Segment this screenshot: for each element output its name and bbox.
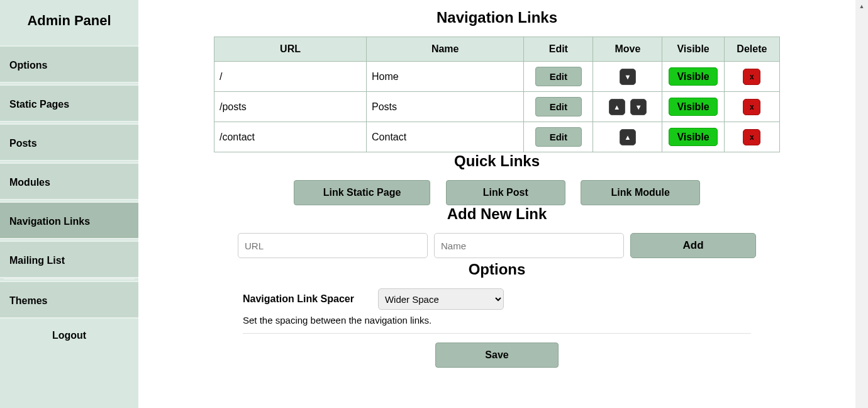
options-divider (243, 333, 751, 334)
brand-title: Admin Panel (0, 0, 138, 44)
heading-options: Options (214, 261, 780, 278)
th-visible: Visible (662, 37, 724, 62)
triangle-up-icon: ▲ (855, 0, 868, 13)
sidebar-item-themes[interactable]: Themes (0, 281, 138, 319)
table-row: /contact Contact Edit ▲ Visible x (214, 122, 780, 152)
cell-name-value: Contact (367, 122, 524, 152)
th-name: Name (367, 37, 524, 62)
move-up-button[interactable]: ▲ (620, 129, 636, 145)
move-up-button[interactable]: ▲ (609, 99, 625, 115)
visible-toggle[interactable]: Visible (669, 67, 717, 86)
move-down-button[interactable]: ▼ (630, 99, 647, 115)
delete-button[interactable]: x (743, 99, 760, 115)
triangle-up-icon: ▲ (613, 103, 620, 111)
sidebar-item-options[interactable]: Options (0, 45, 138, 83)
links-table: URL Name Edit Move Visible Delete / Home… (214, 37, 780, 152)
triangle-down-icon: ▼ (624, 73, 631, 81)
th-edit: Edit (524, 37, 593, 62)
table-row: / Home Edit ▼ Visible x (214, 62, 780, 92)
logout-link[interactable]: Logout (0, 319, 138, 353)
sidebar-item-modules[interactable]: Modules (0, 162, 138, 200)
heading-navigation-links: Navigation Links (214, 9, 780, 26)
cell-url: /posts (214, 92, 367, 122)
window-scrollbar[interactable]: ▲ (855, 0, 868, 408)
move-down-button[interactable]: ▼ (620, 69, 636, 85)
save-button[interactable]: Save (435, 343, 558, 368)
url-input[interactable] (238, 233, 428, 258)
edit-button[interactable]: Edit (535, 67, 582, 86)
table-row: /posts Posts Edit ▲ ▼ Visible x (214, 92, 780, 122)
delete-button[interactable]: x (743, 129, 760, 145)
x-icon: x (750, 133, 754, 142)
heading-add-new-link: Add New Link (214, 205, 780, 223)
link-static-page-button[interactable]: Link Static Page (294, 180, 431, 205)
cell-url: /contact (214, 122, 367, 152)
sidebar-item-navigation-links[interactable]: Navigation Links (0, 201, 138, 239)
spacer-description: Set the spacing between the navigation l… (243, 315, 751, 326)
th-delete: Delete (724, 37, 779, 62)
delete-button[interactable]: x (743, 69, 760, 85)
edit-button[interactable]: Edit (535, 97, 582, 116)
sidebar-item-mailing-list[interactable]: Mailing List (0, 241, 138, 278)
triangle-up-icon: ▲ (624, 133, 631, 141)
heading-quick-links: Quick Links (214, 152, 780, 170)
name-input[interactable] (434, 233, 624, 258)
visible-toggle[interactable]: Visible (669, 128, 717, 146)
link-post-button[interactable]: Link Post (446, 180, 565, 205)
cell-url: / (214, 62, 367, 92)
sidebar-item-posts[interactable]: Posts (0, 123, 138, 161)
triangle-down-icon: ▼ (635, 103, 642, 111)
link-module-button[interactable]: Link Module (581, 180, 700, 205)
cell-name-value: Posts (367, 92, 524, 122)
x-icon: x (750, 103, 754, 111)
sidebar-item-static-pages[interactable]: Static Pages (0, 84, 138, 122)
sidebar: Admin Panel Options Static Pages Posts M… (0, 0, 138, 408)
visible-toggle[interactable]: Visible (669, 98, 717, 116)
th-move: Move (593, 37, 662, 62)
spacer-select[interactable]: Wider Space (378, 288, 504, 310)
th-url: URL (214, 37, 367, 62)
cell-name-value: Home (367, 62, 524, 92)
main-content: Navigation Links URL Name Edit Move Visi… (138, 0, 855, 408)
x-icon: x (750, 72, 754, 81)
edit-button[interactable]: Edit (535, 127, 582, 147)
add-button[interactable]: Add (630, 233, 756, 258)
spacer-label: Navigation Link Spacer (243, 293, 354, 305)
